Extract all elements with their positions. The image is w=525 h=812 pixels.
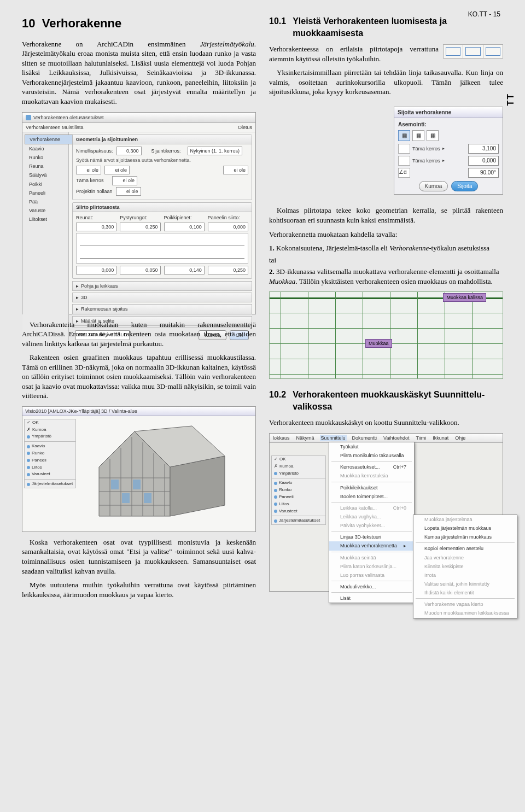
design-menu: TyökalutPiirrä monikulmio takausvallaKer… — [329, 442, 415, 603]
body-paragraph: Verhorakenteen muokkauskäskyt on koottu … — [269, 418, 503, 428]
place-button: Sijoita — [451, 181, 478, 192]
dialog-side-tree: Verhorakenne Kaavio Runko Reuna Säätyvä … — [22, 132, 69, 344]
chapter-heading: 10 Verhorakenne — [22, 15, 256, 32]
settings-dialog-screenshot: Verhorakenteen oletusasetukset Verhorake… — [22, 112, 256, 314]
app-icon — [26, 115, 31, 120]
section-heading: 10.1 Yleistä Verhorakenteen luomisesta j… — [269, 15, 503, 39]
svg-rect-13 — [133, 480, 141, 489]
grid-icon: ▦ — [427, 130, 439, 141]
body-paragraph: Kolmas piirtotapa tekee koko geometrian … — [269, 206, 503, 225]
grid-icon — [398, 156, 410, 166]
chapter-number: 10 — [22, 16, 35, 30]
svg-rect-14 — [122, 493, 130, 503]
body-paragraph: Koska verhorakenteen osat ovat tyypillis… — [22, 538, 256, 576]
side-palette: ✓ OK ✗ Kumoa Ympäristö Kaavio Runko Pane… — [271, 455, 326, 525]
intro-paragraph: Verhorakenne on ArchiCADin ensimmäinen J… — [22, 39, 256, 107]
3d-side-palette: ✓ OK ✗ Kumoa Ympäristö Kaavio Runko Pane… — [24, 419, 76, 488]
grid-icon: ▦ — [398, 130, 410, 141]
list-item: 2. 3D-ikkunassa valitsemalla muokattava … — [269, 267, 503, 286]
grid-edit-screenshot: Muokkaa kälissä Muokkaa — [269, 291, 503, 379]
chapter-title: Verhorakenne — [42, 16, 122, 30]
body-paragraph: Rakenteen osien graafinen muokkaus tapah… — [22, 353, 256, 401]
body-paragraph: Myös uutuutena muihin työkaluihin verrat… — [22, 580, 256, 599]
cw-submenu: Muokkaa järjestelmääLopeta järjestelmän … — [413, 515, 517, 618]
grid-icon: ▦ — [412, 130, 424, 141]
menu-screenshot: lokkaus Näkymä Suunnittelu Dokumentti Va… — [269, 433, 503, 592]
preview-diagram — [76, 233, 248, 264]
dialog-titlebar: Verhorakenteen oletusasetukset — [22, 113, 255, 123]
body-paragraph: Verhorakennetta muokataan kahdella taval… — [269, 230, 503, 239]
angle-icon: ∠α — [398, 168, 410, 178]
building-3d-icon — [83, 423, 236, 522]
list-divider: tai — [269, 255, 503, 265]
3d-edit-screenshot: Visio2010 [AMLOX-JKe-Ylläpitäjä] 3D / Va… — [22, 406, 256, 532]
grid-icon — [398, 144, 410, 154]
svg-rect-15 — [144, 493, 151, 503]
drawing-mode-icons — [443, 44, 503, 59]
cancel-button: Kumoa — [419, 181, 448, 192]
svg-rect-12 — [111, 480, 119, 489]
list-item: 1. Kokonaisuutena, Järjestelmä-tasolla e… — [269, 243, 503, 253]
place-cw-dialog-screenshot: Sijoita verhorakenne Asemointi: ▦▦▦ Tämä… — [394, 107, 503, 195]
section-heading: 10.2 Verhorakenteen muokkauskäskyt Suunn… — [269, 389, 503, 412]
page-code: KO.TT - 15 — [468, 10, 500, 19]
body-paragraph: Yksinkertaisimmillaan piirretään tai teh… — [269, 68, 503, 97]
side-tab: TT — [505, 93, 517, 106]
